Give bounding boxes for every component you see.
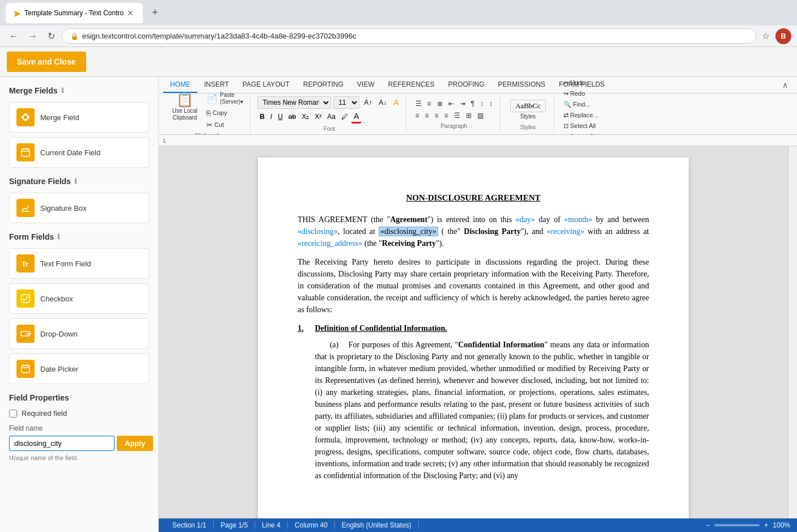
doc-title: NON-DISCLOSURE AGREEMENT bbox=[298, 191, 649, 205]
ribbon-collapse-button[interactable]: ∧ bbox=[778, 77, 792, 93]
numbering-button[interactable]: ≡ bbox=[425, 99, 434, 109]
text-form-field-label: Text Form Field bbox=[40, 259, 91, 268]
case-button[interactable]: Aa bbox=[325, 112, 338, 122]
tab-view[interactable]: VIEW bbox=[350, 77, 381, 93]
apply-button[interactable]: Apply bbox=[117, 436, 153, 451]
close-tab-button[interactable]: ✕ bbox=[127, 8, 134, 18]
line-spacing-button[interactable]: ↕ bbox=[487, 99, 495, 109]
use-local-clipboard-label: Use Local Clipboard bbox=[171, 108, 198, 121]
tab-proofing[interactable]: PROOFING bbox=[442, 77, 491, 93]
list-button[interactable]: ☰ bbox=[452, 110, 463, 121]
save-close-button[interactable]: Save and Close bbox=[7, 52, 86, 72]
increase-indent-button[interactable]: ⇥ bbox=[457, 99, 468, 109]
font-family-select[interactable]: Times New Roman bbox=[257, 96, 331, 109]
clipboard-icon: 📋 bbox=[176, 92, 193, 108]
profile-button[interactable]: B bbox=[775, 28, 791, 44]
replace-button[interactable]: ⇄ Replace... bbox=[561, 110, 620, 120]
justify-button[interactable]: ≡ bbox=[442, 110, 451, 121]
font-grow-button[interactable]: A↑ bbox=[362, 97, 374, 108]
dropdown-item[interactable]: Drop-Down bbox=[9, 318, 149, 349]
show-hide-button[interactable]: ¶ bbox=[469, 99, 477, 109]
zoom-increase-button[interactable]: + bbox=[764, 521, 768, 529]
styles-label: Styles bbox=[520, 113, 536, 120]
app-toolbar: Save and Close bbox=[0, 47, 797, 77]
superscript-button[interactable]: X² bbox=[312, 112, 324, 122]
replace-label: Replace... bbox=[570, 112, 599, 118]
use-local-clipboard-button[interactable]: 📋 Use Local Clipboard bbox=[168, 90, 202, 124]
zoom-level: 100% bbox=[773, 521, 790, 529]
status-bar: Section 1/1 Page 1/5 Line 4 Column 40 En… bbox=[159, 518, 797, 532]
select-all-button[interactable]: ⊡ Select All bbox=[561, 121, 620, 131]
font-size-select[interactable]: 11 bbox=[333, 96, 359, 109]
lock-icon: 🔒 bbox=[70, 32, 79, 40]
copy-button[interactable]: ⎘ Copy bbox=[204, 108, 245, 118]
find-icon: 🔍 bbox=[563, 101, 571, 108]
select-all-icon: ⊡ bbox=[563, 122, 569, 130]
zoom-slider[interactable] bbox=[714, 524, 760, 526]
font-shrink-button[interactable]: A↓ bbox=[376, 97, 389, 108]
highlight-button[interactable]: 🖊 bbox=[339, 112, 350, 122]
star-button[interactable]: ☆ bbox=[760, 28, 772, 44]
copy-icon: ⎘ bbox=[206, 109, 211, 117]
font-color-button[interactable]: A bbox=[391, 97, 401, 108]
find-button[interactable]: 🔍 Find... bbox=[561, 100, 620, 109]
doc-paragraph-1: THIS AGREEMENT (the "Agreement") is ente… bbox=[298, 214, 649, 249]
redo-label: Redo bbox=[570, 90, 585, 97]
required-checkbox[interactable] bbox=[9, 410, 17, 418]
back-button[interactable]: ← bbox=[6, 29, 22, 44]
underline-button[interactable]: U bbox=[275, 112, 285, 122]
font-label: Font bbox=[324, 126, 335, 132]
cut-button[interactable]: ✂ Cut bbox=[204, 120, 245, 130]
decrease-indent-button[interactable]: ⇤ bbox=[446, 99, 456, 109]
clipboard-group: 📋 Use Local Clipboard 📄 Paste(Server)▾ bbox=[163, 96, 251, 132]
current-date-item[interactable]: Current Date Field bbox=[9, 137, 149, 168]
bold-button[interactable]: B bbox=[257, 112, 267, 122]
document-wrapper[interactable]: NON-DISCLOSURE AGREEMENT THIS AGREEMENT … bbox=[159, 146, 788, 518]
subscript-button[interactable]: X₂ bbox=[299, 112, 311, 122]
shading-button[interactable]: ▧ bbox=[475, 110, 486, 121]
vertical-scrollbar[interactable] bbox=[788, 146, 797, 518]
borders-button[interactable]: ⊞ bbox=[464, 110, 474, 121]
field-properties-section: Field Properties Required field Field na… bbox=[9, 393, 149, 461]
styles-button[interactable]: AaBbCc Styles bbox=[507, 97, 549, 122]
zoom-decrease-button[interactable]: − bbox=[706, 521, 710, 529]
merge-fields-info-icon: ℹ bbox=[61, 87, 64, 95]
address-bar[interactable]: 🔒 esign.textcontrol.com/template/summary… bbox=[62, 28, 756, 44]
svg-text:Tr: Tr bbox=[22, 260, 29, 268]
strikethrough-button[interactable]: ab bbox=[286, 112, 298, 122]
styles-label-group: Styles bbox=[520, 124, 536, 130]
bullets-button[interactable]: ☰ bbox=[413, 99, 424, 109]
redo-button[interactable]: ↪ Redo bbox=[561, 89, 620, 99]
doc-paragraph-2: The Receiving Party hereto desires to pa… bbox=[298, 256, 649, 316]
browser-tab[interactable]: ▶ Template Summary - Text Contro ✕ bbox=[6, 3, 143, 23]
new-tab-button[interactable]: + bbox=[147, 5, 163, 21]
extra-para-button[interactable]: ↕ bbox=[478, 99, 486, 109]
undo-button[interactable]: ↩ Undo bbox=[561, 78, 620, 88]
forward-button[interactable]: → bbox=[25, 29, 41, 44]
merge-field-label: Merge Field bbox=[40, 113, 79, 122]
checkbox-label: Checkbox bbox=[40, 295, 73, 303]
field-name-input[interactable] bbox=[9, 436, 115, 451]
checkbox-item[interactable]: Checkbox bbox=[9, 283, 149, 314]
page-status: Page 1/5 bbox=[214, 521, 255, 529]
merge-field-item[interactable]: Merge Field bbox=[9, 102, 149, 133]
merge-fields-section: Merge Fields ℹ bbox=[9, 86, 149, 95]
align-right-button[interactable]: ≡ bbox=[433, 110, 441, 121]
tab-permissions[interactable]: PERMISSIONS bbox=[491, 77, 552, 93]
field-name-row: Apply bbox=[9, 436, 149, 451]
tab-reporting[interactable]: REPORTING bbox=[296, 77, 350, 93]
align-left-button[interactable]: ≡ bbox=[413, 110, 422, 121]
multilevel-button[interactable]: ≣ bbox=[435, 99, 445, 109]
current-date-label: Current Date Field bbox=[40, 148, 100, 157]
paste-server-button[interactable]: 📄 Paste(Server)▾ bbox=[204, 91, 245, 107]
align-center-button[interactable]: ≡ bbox=[423, 110, 431, 121]
signature-box-item[interactable]: Signature Box bbox=[9, 193, 149, 223]
tab-references[interactable]: REFERENCES bbox=[381, 77, 442, 93]
italic-button[interactable]: I bbox=[268, 112, 274, 122]
font-color2-button[interactable]: A bbox=[351, 110, 361, 124]
date-picker-item[interactable]: Date Picker bbox=[9, 354, 149, 384]
signature-box-label: Signature Box bbox=[40, 204, 87, 212]
field-properties-title: Field Properties bbox=[9, 393, 149, 402]
text-form-field-item[interactable]: Tr Text Form Field bbox=[9, 248, 149, 279]
refresh-button[interactable]: ↻ bbox=[44, 28, 58, 44]
